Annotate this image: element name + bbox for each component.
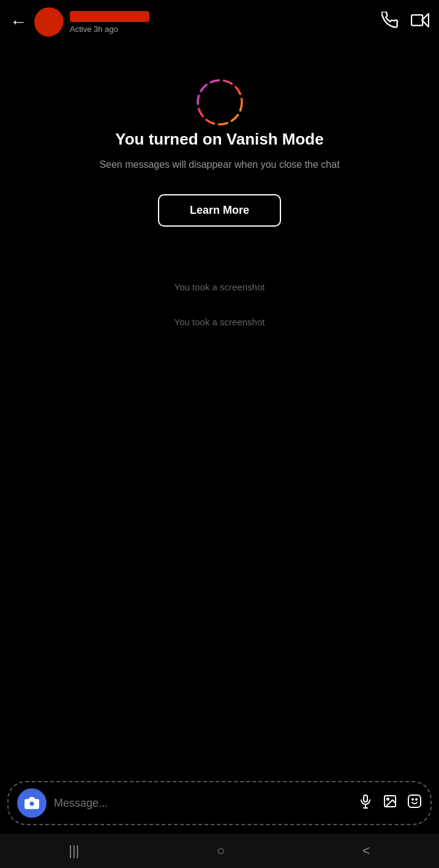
input-inner (7, 781, 432, 825)
screenshot-notifications: You took a screenshot You took a screens… (0, 245, 439, 345)
camera-button[interactable] (17, 788, 47, 818)
svg-rect-0 (411, 15, 422, 25)
bottom-nav: ||| ○ < (0, 834, 439, 868)
svg-point-11 (416, 799, 417, 800)
image-icon[interactable] (383, 794, 397, 812)
header: ← Active 3h ago (0, 0, 439, 44)
back-button[interactable]: ← (10, 12, 27, 32)
svg-rect-4 (364, 795, 367, 802)
screenshot-notice-1: You took a screenshot (174, 282, 265, 292)
svg-point-3 (29, 801, 35, 807)
svg-point-2 (198, 80, 242, 124)
active-status: Active 3h ago (70, 25, 149, 34)
recent-apps-button[interactable]: ||| (69, 843, 79, 859)
chat-area: You took a screenshot You took a screens… (0, 245, 439, 551)
camera-icon (24, 795, 40, 811)
svg-point-10 (412, 799, 413, 800)
svg-rect-9 (408, 795, 421, 807)
header-actions (381, 12, 429, 33)
sticker-icon[interactable] (407, 794, 422, 812)
message-input[interactable] (54, 797, 351, 810)
user-status: Active 3h ago (70, 11, 149, 34)
mic-icon[interactable] (358, 794, 373, 812)
vanish-mode-section: You turned on Vanish Mode Seen messages … (0, 44, 439, 245)
svg-point-8 (387, 798, 389, 800)
input-bar (0, 775, 439, 831)
call-icon[interactable] (381, 12, 399, 33)
video-call-icon[interactable] (411, 12, 429, 33)
vanish-mode-icon (192, 75, 247, 130)
vanish-subtitle: Seen messages will disappear when you cl… (62, 157, 376, 172)
learn-more-button[interactable]: Learn More (158, 194, 281, 227)
back-nav-button[interactable]: < (362, 843, 370, 859)
avatar[interactable] (34, 7, 64, 37)
user-info: Active 3h ago (34, 7, 381, 37)
vanish-title: You turned on Vanish Mode (91, 130, 348, 149)
home-button[interactable]: ○ (217, 843, 225, 859)
input-icons (358, 794, 422, 812)
user-name-redacted (70, 11, 149, 22)
screenshot-notice-2: You took a screenshot (174, 317, 265, 327)
